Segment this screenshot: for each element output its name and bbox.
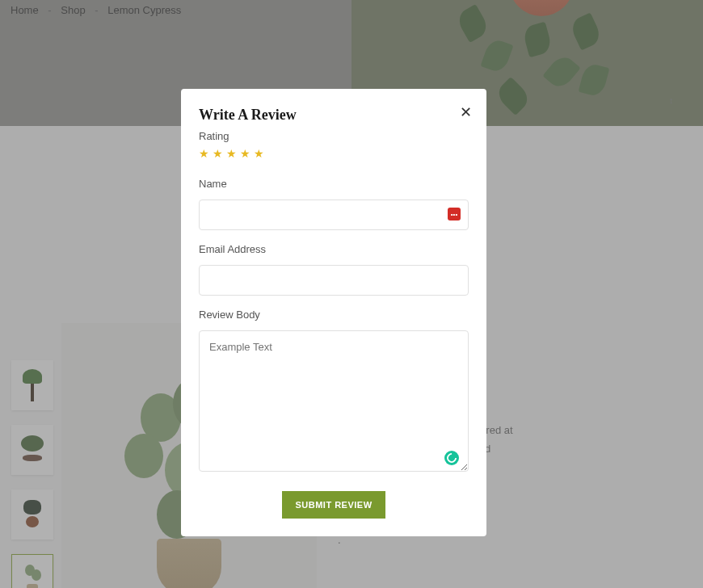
rating-stars[interactable]: ★ ★ ★ ★ ★ [199, 147, 469, 160]
submit-review-button[interactable]: SUBMIT REVIEW [282, 491, 385, 519]
star-icon[interactable]: ★ [199, 147, 209, 160]
close-button[interactable]: ✕ [460, 103, 472, 121]
star-icon[interactable]: ★ [254, 147, 264, 160]
name-label: Name [199, 178, 469, 190]
review-modal: Write A Review ✕ Rating ★ ★ ★ ★ ★ Name •… [181, 89, 486, 536]
grammarly-icon[interactable] [444, 451, 459, 465]
email-input[interactable] [199, 265, 469, 296]
star-icon[interactable]: ★ [213, 147, 223, 160]
review-body-label: Review Body [199, 309, 469, 321]
close-icon: ✕ [460, 104, 472, 120]
star-icon[interactable]: ★ [226, 147, 237, 160]
modal-title: Write A Review [199, 107, 469, 124]
password-manager-icon[interactable]: ••• [448, 208, 461, 220]
review-body-textarea[interactable] [199, 330, 469, 472]
email-label: Email Address [199, 243, 469, 255]
name-input[interactable] [199, 200, 469, 230]
star-icon[interactable]: ★ [240, 147, 250, 160]
rating-label: Rating [199, 130, 469, 142]
